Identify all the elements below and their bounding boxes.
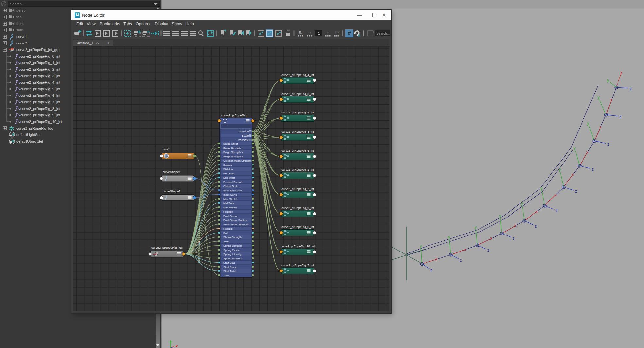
svg-text:#: # bbox=[348, 30, 351, 36]
svg-text:y: y bbox=[559, 167, 561, 172]
svg-text:Degree: Degree bbox=[223, 164, 232, 166]
svg-text:Time: Time bbox=[223, 274, 229, 277]
svg-text:y: y bbox=[574, 146, 576, 150]
svg-text:curve2_prRopeRig_1_jnt: curve2_prRopeRig_1_jnt bbox=[20, 61, 60, 65]
svg-text:curve2_prRopeRig_2_jnt: curve2_prRopeRig_2_jnt bbox=[20, 67, 60, 71]
svg-text:defaultObjectSet: defaultObjectSet bbox=[16, 139, 43, 143]
svg-text:curve2_prRopeRig_loc: curve2_prRopeRig_loc bbox=[16, 126, 53, 130]
svg-text:Spring Stiffness: Spring Stiffness bbox=[223, 257, 242, 260]
svg-text:x: x bbox=[490, 236, 492, 241]
svg-text:Bulge Strength Z: Bulge Strength Z bbox=[223, 155, 243, 158]
svg-text:curve2_prRopeRig_3_jnt: curve2_prRopeRig_3_jnt bbox=[20, 74, 60, 78]
svg-text:Start Frame: Start Frame bbox=[223, 266, 237, 269]
svg-text:curve2_prRopeRig_9_jnt: curve2_prRopeRig_9_jnt bbox=[281, 206, 314, 210]
svg-text:defaultLightSet: defaultLightSet bbox=[16, 133, 40, 137]
svg-text:curve2_prRopeRig_8_jnt: curve2_prRopeRig_8_jnt bbox=[281, 225, 314, 229]
svg-text:Global Scale: Global Scale bbox=[223, 185, 238, 188]
svg-text:z: z bbox=[513, 236, 514, 241]
svg-text:curveShape1: curveShape1 bbox=[163, 170, 181, 174]
svg-text:curveShape2: curveShape2 bbox=[163, 190, 181, 193]
svg-text:z: z bbox=[630, 86, 632, 91]
svg-text:z: z bbox=[592, 167, 594, 172]
svg-text:time1: time1 bbox=[163, 148, 170, 151]
svg-text:Bulge Offset: Bulge Offset bbox=[223, 142, 238, 145]
svg-text:curve2_prRopeRig_9_jnt: curve2_prRopeRig_9_jnt bbox=[20, 113, 60, 117]
svg-text:Start Bias: Start Bias bbox=[223, 261, 235, 264]
svg-text:Min Stretch: Min Stretch bbox=[223, 206, 237, 209]
svg-text:y: y bbox=[598, 95, 600, 100]
svg-text:Expand Strength: Expand Strength bbox=[223, 181, 243, 183]
svg-text:x: x bbox=[610, 98, 612, 102]
svg-text:Rotation: Rotation bbox=[239, 130, 249, 133]
svg-text:y: y bbox=[541, 186, 543, 191]
svg-text:curve1: curve1 bbox=[16, 35, 27, 39]
svg-text:z: z bbox=[460, 258, 462, 263]
svg-text:Mid Twist: Mid Twist bbox=[223, 202, 235, 205]
svg-text:Push Vector: Push Vector bbox=[223, 215, 238, 218]
svg-text:↔: ↔ bbox=[326, 30, 330, 35]
svg-text:curve2_prRopeRig_6_jnt: curve2_prRopeRig_6_jnt bbox=[20, 94, 60, 97]
svg-text:z: z bbox=[430, 268, 432, 272]
svg-text:z: z bbox=[556, 208, 558, 213]
svg-text:curve2_prRopeRig_7_jnt: curve2_prRopeRig_7_jnt bbox=[281, 264, 314, 267]
svg-text:curve2_prRopeRig_8_jnt: curve2_prRopeRig_8_jnt bbox=[20, 107, 60, 111]
svg-text:z: z bbox=[607, 142, 609, 147]
svg-text:z: z bbox=[619, 114, 621, 119]
svg-text:curve2_prRopeRig_0_jnt: curve2_prRopeRig_0_jnt bbox=[20, 54, 60, 58]
svg-text:Max Stretch: Max Stretch bbox=[223, 198, 237, 200]
svg-text:Bulge Strength X: Bulge Strength X bbox=[223, 147, 244, 149]
svg-text:z: z bbox=[487, 248, 489, 252]
svg-text:curve2_prRopeRig_4_jnt: curve2_prRopeRig_4_jnt bbox=[20, 80, 60, 84]
svg-text:curve2_prRopeRig_7_jnt: curve2_prRopeRig_7_jnt bbox=[20, 100, 60, 104]
svg-text:curve2_prRopeRig_10_jnt: curve2_prRopeRig_10_jnt bbox=[20, 120, 62, 124]
svg-text:y: y bbox=[420, 244, 422, 249]
svg-text:x: x bbox=[600, 125, 601, 129]
svg-text:top: top bbox=[16, 15, 21, 19]
svg-text:x: x bbox=[620, 70, 622, 75]
svg-text:curve2_prRopeRig_6_jnt: curve2_prRopeRig_6_jnt bbox=[281, 149, 314, 152]
svg-text:x: x bbox=[555, 193, 557, 197]
svg-text:#: # bbox=[358, 33, 360, 37]
svg-text:Input Curve: Input Curve bbox=[223, 193, 237, 196]
svg-text:Spring Damping: Spring Damping bbox=[223, 244, 242, 247]
svg-text:Start Twist: Start Twist bbox=[223, 270, 236, 273]
svg-text:-1: -1 bbox=[317, 31, 320, 35]
svg-text:side: side bbox=[16, 28, 23, 32]
svg-text:x: x bbox=[586, 150, 588, 155]
svg-text:x: x bbox=[536, 209, 538, 214]
svg-text:curve2_prRopeRig_0_jnt: curve2_prRopeRig_0_jnt bbox=[281, 92, 314, 96]
svg-text:curve2_prRopeRig_5_jnt: curve2_prRopeRig_5_jnt bbox=[281, 111, 314, 114]
svg-text:End Bias: End Bias bbox=[223, 172, 234, 175]
svg-text:x: x bbox=[514, 223, 516, 228]
svg-text:curve2: curve2 bbox=[16, 41, 27, 45]
svg-text:Shrink Strength: Shrink Strength bbox=[223, 236, 242, 239]
svg-text:y: y bbox=[499, 214, 501, 218]
svg-text:x: x bbox=[436, 257, 438, 261]
svg-text:∞: ∞ bbox=[335, 30, 338, 35]
svg-text:Scale: Scale bbox=[242, 134, 249, 137]
svg-text:Push Vector Radius: Push Vector Radius bbox=[223, 219, 247, 222]
svg-text:y: y bbox=[521, 201, 523, 206]
svg-text:Push Vector Strength: Push Vector Strength bbox=[223, 223, 249, 226]
svg-text:curve2_prRopeRig_5_jnt: curve2_prRopeRig_5_jnt bbox=[20, 87, 60, 91]
svg-text:Position: Position bbox=[223, 210, 233, 213]
svg-text:z: z bbox=[575, 189, 577, 194]
svg-text:curve2_prRopeRig_2_jnt: curve2_prRopeRig_2_jnt bbox=[281, 187, 314, 191]
svg-text:Roll: Roll bbox=[223, 232, 228, 235]
svg-text:z: z bbox=[535, 224, 537, 229]
svg-text:curve2_prRopeRig_10_jnt: curve2_prRopeRig_10_jnt bbox=[281, 245, 315, 248]
svg-text:0.: 0. bbox=[299, 30, 303, 35]
svg-text:Collision Mesh Strength: Collision Mesh Strength bbox=[223, 159, 251, 162]
svg-text:y: y bbox=[587, 121, 589, 126]
svg-text:curve2_prRopeRig: curve2_prRopeRig bbox=[221, 114, 247, 117]
svg-text:y: y bbox=[448, 235, 450, 239]
svg-text:End Twist: End Twist bbox=[223, 176, 235, 179]
svg-text:y: y bbox=[607, 78, 609, 83]
svg-text:Translate: Translate bbox=[237, 139, 249, 142]
svg-text:curve2_prRopeRig_1_jnt: curve2_prRopeRig_1_jnt bbox=[281, 168, 314, 171]
svg-text:y: y bbox=[475, 225, 477, 230]
svg-text:Rebuild: Rebuild bbox=[223, 227, 232, 230]
svg-text:Input Aim Curve: Input Aim Curve bbox=[223, 189, 242, 192]
svg-text:Spring Intensity: Spring Intensity bbox=[223, 253, 242, 256]
svg-text:curve2_prRopeRig_4_jnt: curve2_prRopeRig_4_jnt bbox=[281, 73, 314, 77]
